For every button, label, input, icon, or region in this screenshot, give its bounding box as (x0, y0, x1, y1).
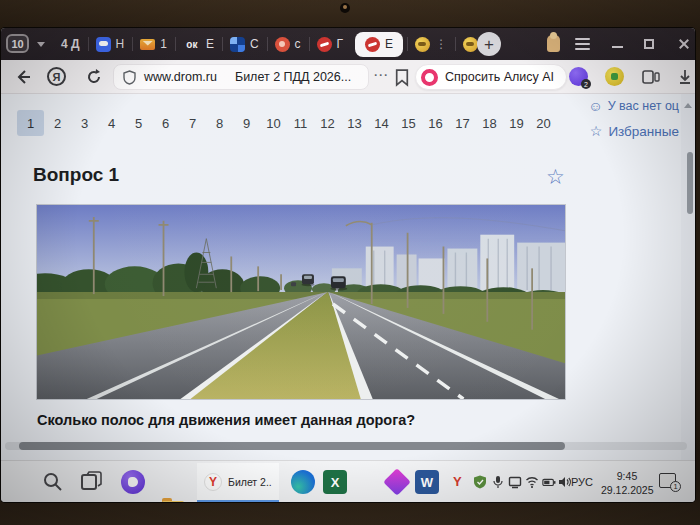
yandex-browser-icon[interactable]: Я (47, 67, 66, 86)
laptop-photo: 10 4 Д Н 1 окЕ С с Г Е ⋮ ⋮ + (0, 0, 700, 525)
protect-shield-icon (123, 70, 136, 85)
notification-badge: 1 (670, 481, 681, 492)
red-site-icon (275, 37, 290, 52)
language-indicator[interactable]: РУС (571, 476, 593, 488)
maximize-icon[interactable] (644, 39, 654, 49)
browser-tab[interactable]: ⋮ (407, 28, 455, 60)
active-task-yandex-browser[interactable]: Y Билет 2... (197, 463, 279, 502)
browser-tab[interactable]: окЕ (175, 28, 222, 60)
speaker-icon[interactable] (558, 475, 572, 489)
pager-item-4[interactable]: 4 (98, 110, 125, 136)
browser-tab[interactable]: с (267, 28, 309, 60)
browser-tabbar: 10 4 Д Н 1 окЕ С с Г Е ⋮ ⋮ + (1, 28, 695, 60)
horizontal-scrollbar[interactable] (5, 442, 687, 450)
pager-item-3[interactable]: 3 (71, 110, 98, 136)
ask-alice-button[interactable]: Спросить Алису AI (415, 64, 567, 90)
tab-counter-badge[interactable]: 10 (6, 34, 29, 53)
pager-item-11[interactable]: 11 (287, 110, 314, 136)
pager-item-20[interactable]: 20 (530, 110, 557, 136)
pager-item-17[interactable]: 17 (449, 110, 476, 136)
notification-center-icon[interactable]: 1 (659, 473, 676, 488)
ok-logo-icon: ок (183, 37, 201, 52)
wifi-icon[interactable] (525, 475, 539, 489)
address-bar: Я www.drom.ru Билет 2 ПДД 2026... ⋯ Спро… (1, 60, 695, 94)
vertical-scrollbar-thumb[interactable] (687, 152, 693, 214)
pager-item-13[interactable]: 13 (341, 110, 368, 136)
favorite-question-star-icon[interactable]: ☆ (546, 166, 565, 187)
chevron-down-icon[interactable] (37, 42, 45, 47)
question-title: Вопрос 1 (33, 164, 119, 186)
reload-icon[interactable] (85, 68, 103, 86)
windows-taskbar: Y Билет 2... X W Y РУС 9:45 29.12.2025 1 (1, 460, 695, 502)
pager-item-14[interactable]: 14 (368, 110, 395, 136)
tray-time: 9:45 (601, 469, 653, 483)
more-icon[interactable]: ⋯ (373, 66, 389, 84)
browser-tab[interactable]: Г (309, 28, 352, 60)
new-tab-button[interactable]: + (477, 32, 501, 56)
scroll-top-caret-icon[interactable] (684, 103, 692, 108)
mail-icon (140, 39, 155, 50)
pager-item-6[interactable]: 6 (152, 110, 179, 136)
side-panels-icon[interactable] (642, 68, 660, 86)
download-icon[interactable] (676, 68, 694, 86)
assistant-character-icon[interactable] (547, 35, 560, 52)
pager-item-10[interactable]: 10 (260, 110, 287, 136)
word-icon[interactable]: W (415, 470, 439, 494)
tray-yandex-icon[interactable]: Y (453, 474, 462, 489)
pager-item-19[interactable]: 19 (503, 110, 530, 136)
ratings-link[interactable]: ☺ У вас нет оц (588, 98, 679, 114)
close-icon[interactable] (678, 38, 690, 50)
pager-item-8[interactable]: 8 (206, 110, 233, 136)
pager-item-15[interactable]: 15 (395, 110, 422, 136)
emoji-favicon (415, 37, 430, 52)
active-task-label: Билет 2... (228, 476, 272, 488)
pager-item-12[interactable]: 12 (314, 110, 341, 136)
url-text: www.drom.ru (144, 70, 217, 84)
search-icon[interactable] (41, 470, 65, 494)
browser-tab[interactable]: Н (88, 28, 133, 60)
tabs-strip: 4 Д Н 1 окЕ С с Г Е ⋮ ⋮ (53, 28, 503, 60)
horizontal-scrollbar-thumb[interactable] (19, 442, 565, 450)
vpn-extension-icon[interactable]: 2 (569, 67, 588, 86)
bookmark-icon[interactable] (393, 69, 411, 87)
display-device-icon[interactable] (508, 475, 522, 489)
menu-icon[interactable] (575, 38, 590, 53)
omnibox[interactable]: www.drom.ru Билет 2 ПДД 2026... (113, 64, 369, 90)
browser-tab[interactable]: С (222, 28, 267, 60)
pager-item-7[interactable]: 7 (179, 110, 206, 136)
alice-icon (421, 69, 438, 86)
file-explorer-icon[interactable] (161, 494, 185, 502)
back-icon[interactable] (14, 68, 32, 86)
road-photo (37, 205, 565, 399)
extension-badge: 2 (581, 79, 591, 89)
pager-item-5[interactable]: 5 (125, 110, 152, 136)
favorites-link[interactable]: ☆ Избранные (590, 123, 679, 139)
pager-item-16[interactable]: 16 (422, 110, 449, 136)
excel-icon[interactable]: X (323, 470, 347, 494)
pager-item-18[interactable]: 18 (476, 110, 503, 136)
edge-browser-icon[interactable] (291, 470, 315, 494)
emoji-favicon (463, 37, 478, 52)
mosaic-icon (230, 37, 245, 52)
pager-item-9[interactable]: 9 (233, 110, 260, 136)
security-shield-icon[interactable] (473, 475, 487, 489)
battery-icon[interactable] (542, 475, 556, 489)
yandex-y-icon: Y (204, 473, 222, 491)
tray-clock[interactable]: 9:45 29.12.2025 (601, 469, 653, 497)
star-icon: ☆ (590, 123, 603, 139)
pager-item-1[interactable]: 1 (17, 110, 44, 136)
red-site-icon (317, 37, 332, 52)
browser-tab[interactable]: 4 Д (53, 28, 88, 60)
microphone-icon[interactable] (491, 475, 505, 489)
extension-icon[interactable] (605, 67, 624, 86)
active-tab-drom[interactable]: Е (355, 32, 403, 57)
question-text: Сколько полос для движения имеет данная … (37, 412, 415, 428)
minimize-icon[interactable] (612, 46, 623, 48)
smiley-icon: ☺ (588, 98, 602, 114)
drom-favicon (365, 37, 380, 52)
task-view-icon[interactable] (79, 470, 103, 494)
pager-item-2[interactable]: 2 (44, 110, 71, 136)
browser-tab[interactable]: 1 (132, 28, 175, 60)
photos-app-icon[interactable] (383, 468, 411, 496)
alice-app-icon[interactable] (121, 470, 145, 494)
